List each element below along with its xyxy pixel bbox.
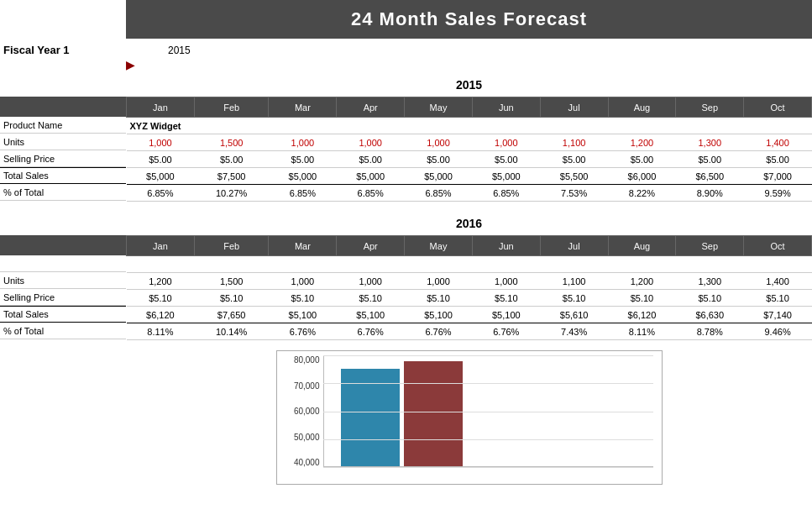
units-label-y1: Units — [0, 134, 126, 150]
col-jan-y1: Jan — [127, 97, 195, 118]
product-name-label: Product Name — [0, 117, 126, 134]
year1-table: Jan Feb Mar Apr May Jun Jul Aug Sep Oct — [126, 97, 812, 202]
units-row-y1: 1,000 1,500 1,000 1,000 1,000 1,000 1,10… — [127, 134, 812, 151]
col-mar-y1: Mar — [269, 97, 337, 118]
y-label-70k: 70,000 — [277, 381, 320, 391]
col-may-y1: May — [405, 97, 473, 118]
year2-table: Jan Feb Mar Apr May Jun Jul Aug Sep Oct — [126, 235, 812, 340]
empty-row-y2 — [127, 256, 812, 273]
units-row-y2: 1,200 1,500 1,000 1,000 1,000 1,000 1,10… — [127, 273, 812, 290]
y-label-40k: 40,000 — [277, 458, 320, 467]
year2-header: 2016 — [126, 213, 812, 235]
col-oct-y2: Oct — [744, 236, 812, 256]
col-sep-y1: Sep — [676, 97, 744, 118]
col-jul-y2: Jul — [540, 236, 608, 256]
col-feb-y2: Feb — [194, 236, 269, 256]
col-jan-y2: Jan — [127, 236, 195, 256]
col-sep-y2: Sep — [676, 236, 744, 256]
selling-price-row-y1: $5.00 $5.00 $5.00 $5.00 $5.00 $5.00 $5.0… — [127, 151, 812, 168]
y-label-80k: 80,000 — [277, 355, 320, 365]
selling-price-label-y1: Selling Price — [0, 150, 126, 167]
col-feb-y1: Feb — [194, 97, 269, 118]
col-oct-y1: Oct — [744, 97, 812, 118]
col-mar-y2: Mar — [269, 236, 337, 256]
selling-price-row-y2: $5.10 $5.10 $5.10 $5.10 $5.10 $5.10 $5.1… — [127, 290, 812, 307]
total-sales-row-y2: $6,120 $7,650 $5,100 $5,100 $5,100 $5,10… — [127, 307, 812, 323]
pct-total-row-y2: 8.11% 10.14% 6.76% 6.76% 6.76% 6.76% 7.4… — [127, 323, 812, 340]
product-name-row: XYZ Widget — [127, 118, 812, 134]
fiscal-year-label: Fiscal Year 1 — [0, 44, 70, 56]
year1-header: 2015 — [126, 75, 812, 97]
col-aug-y1: Aug — [608, 97, 676, 118]
page-title: 24 Month Sales Forecast — [126, 0, 812, 39]
col-jun-y1: Jun — [472, 97, 540, 118]
col-apr-y1: Apr — [337, 97, 405, 118]
total-sales-label-y1: Total Sales — [0, 167, 126, 184]
y-label-60k: 60,000 — [277, 407, 320, 416]
fiscal-year-value: 2015 — [168, 45, 191, 56]
bar-fy2 — [404, 361, 463, 466]
selling-price-label-y2: Selling Price — [0, 289, 126, 306]
total-sales-label-y2: Total Sales — [0, 306, 126, 323]
col-aug-y2: Aug — [608, 236, 676, 256]
col-jul-y1: Jul — [540, 97, 608, 118]
pct-total-label-y2: % of Total — [0, 323, 126, 339]
units-label-y2: Units — [0, 272, 126, 289]
pct-total-label-y1: % of Total — [0, 184, 126, 201]
total-sales-row-y1: $5,000 $7,500 $5,000 $5,000 $5,000 $5,00… — [127, 168, 812, 185]
pct-total-row-y1: 6.85% 10.27% 6.85% 6.85% 6.85% 6.85% 7.5… — [127, 185, 812, 202]
col-apr-y2: Apr — [337, 236, 405, 256]
col-may-y2: May — [405, 236, 473, 256]
chart-container: 80,000 70,000 60,000 50,000 40,000 — [276, 350, 663, 485]
y-label-50k: 50,000 — [277, 433, 320, 442]
col-jun-y2: Jun — [472, 236, 540, 256]
